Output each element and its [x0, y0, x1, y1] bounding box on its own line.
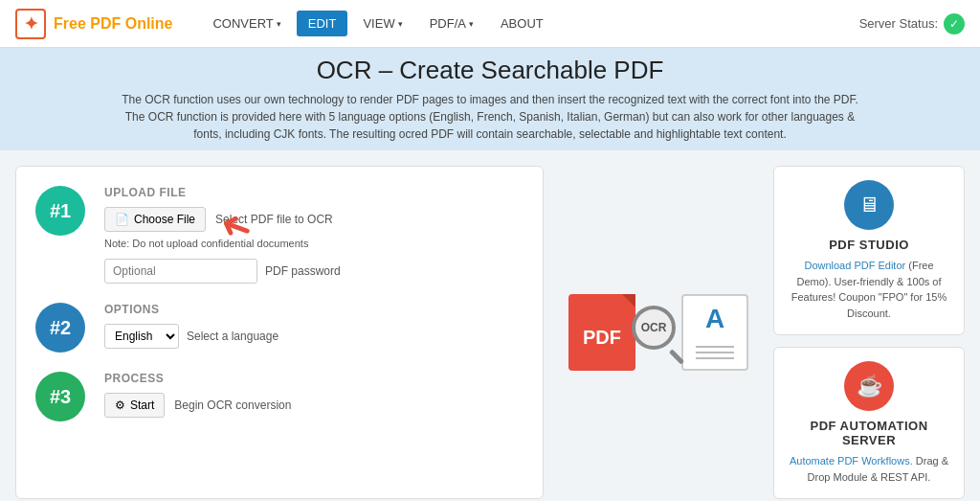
ocr-magnifier-icon: OCR — [632, 306, 685, 359]
header: ✦ Free PDF Online CONVERT ▾ EDIT VIEW ▾ … — [0, 0, 980, 48]
pdf-studio-title: PDF STUDIO — [786, 238, 952, 252]
start-button[interactable]: ⚙ Start — [104, 393, 165, 418]
java-icon: ☕ — [857, 374, 882, 399]
doc-line3 — [696, 357, 734, 359]
step1-content: UPLOAD FILE 📄 Choose File Select PDF fil… — [104, 186, 523, 284]
language-select[interactable]: English French Spanish Italian German — [104, 324, 179, 349]
pdf-automation-link[interactable]: Automate PDF Workflows. — [790, 455, 913, 467]
convert-caret: ▾ — [277, 19, 281, 29]
searchable-doc-icon — [681, 294, 748, 371]
nav-about[interactable]: ABOUT — [489, 11, 555, 36]
step1-circle: #1 — [35, 186, 85, 236]
upload-note: Note: Do not upload confidential documen… — [104, 238, 523, 249]
step2-row: #2 OPTIONS English French Spanish Italia… — [35, 303, 523, 353]
view-caret: ▾ — [398, 19, 403, 29]
doc-line2 — [696, 352, 734, 353]
upload-hint: Select PDF file to OCR — [215, 213, 333, 226]
options-row: English French Spanish Italian German Se… — [104, 324, 523, 349]
steps-panel: #1 UPLOAD FILE 📄 Choose File Select PDF … — [15, 166, 544, 499]
process-row: ⚙ Start Begin OCR conversion — [104, 393, 523, 418]
step3-content: PROCESS ⚙ Start Begin OCR conversion — [104, 372, 523, 418]
step2-title: OPTIONS — [104, 303, 523, 316]
step2-circle: #2 — [35, 303, 85, 353]
doc-line1 — [696, 346, 734, 348]
step3-row: #3 PROCESS ⚙ Start Begin OCR conversion — [35, 372, 523, 421]
server-status-label: Server Status: — [859, 16, 938, 31]
pdf-automation-title: PDF AUTOMATION SERVER — [786, 419, 952, 447]
pdf-studio-icon: 🖥 — [844, 180, 894, 230]
nav-view[interactable]: VIEW ▾ — [351, 11, 413, 36]
nav-convert[interactable]: CONVERT ▾ — [201, 11, 292, 36]
server-status: Server Status: ✓ — [859, 13, 965, 34]
server-status-dot: ✓ — [944, 13, 965, 34]
pdf-illustration: PDF OCR — [559, 166, 758, 499]
page-title: OCR – Create Searchable PDF — [19, 56, 961, 85]
banner: OCR – Create Searchable PDF The OCR func… — [0, 48, 980, 150]
gear-icon: ⚙ — [115, 399, 125, 412]
pdf-automation-card: ☕ PDF AUTOMATION SERVER Automate PDF Wor… — [773, 347, 965, 499]
password-row: PDF password — [104, 259, 523, 284]
pdf-studio-card: 🖥 PDF STUDIO Download PDF Editor (Free D… — [773, 166, 965, 335]
pdf-file-icon: PDF — [568, 294, 635, 371]
pdf-studio-text: Download PDF Editor (Free Demo). User-fr… — [786, 258, 952, 321]
pdf-studio-link[interactable]: Download PDF Editor — [804, 260, 905, 271]
pdfa-caret: ▾ — [469, 19, 474, 29]
upload-row: 📄 Choose File Select PDF file to OCR — [104, 207, 523, 232]
nav-pdfa[interactable]: PDF/A ▾ — [418, 11, 485, 36]
pdf-automation-icon: ☕ — [844, 361, 894, 411]
process-hint: Begin OCR conversion — [174, 399, 291, 412]
step2-content: OPTIONS English French Spanish Italian G… — [104, 303, 523, 349]
main-content: #1 UPLOAD FILE 📄 Choose File Select PDF … — [0, 150, 980, 501]
step1-row: #1 UPLOAD FILE 📄 Choose File Select PDF … — [35, 186, 523, 284]
choose-file-button[interactable]: 📄 Choose File — [104, 207, 206, 232]
logo-text: Free PDF Online — [54, 15, 172, 33]
monitor-icon: 🖥 — [858, 193, 880, 217]
step3-circle: #3 — [35, 372, 85, 421]
logo-icon: ✦ — [15, 9, 46, 39]
page-description: The OCR function uses our own technology… — [117, 91, 863, 143]
logo-area: ✦ Free PDF Online — [15, 9, 172, 39]
password-label: PDF password — [265, 264, 341, 278]
main-nav: CONVERT ▾ EDIT VIEW ▾ PDF/A ▾ ABOUT — [201, 11, 554, 36]
password-input[interactable] — [104, 259, 257, 284]
language-hint: Select a language — [187, 330, 278, 343]
pdf-automation-text: Automate PDF Workflows. Drag & Drop Modu… — [786, 453, 952, 485]
nav-edit[interactable]: EDIT — [297, 11, 348, 36]
step3-title: PROCESS — [104, 372, 523, 385]
step1-title: UPLOAD FILE — [104, 186, 523, 199]
file-icon: 📄 — [115, 213, 129, 226]
checkmark-icon: ✓ — [949, 17, 959, 31]
right-sidebar: 🖥 PDF STUDIO Download PDF Editor (Free D… — [773, 166, 965, 499]
